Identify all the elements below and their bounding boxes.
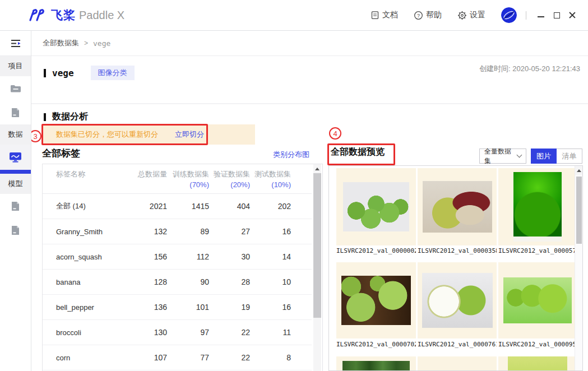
train-count: 89 bbox=[167, 227, 209, 236]
avatar[interactable] bbox=[501, 7, 517, 23]
dataset-image[interactable] bbox=[513, 172, 562, 242]
table-row[interactable]: corn 107 77 22 8 bbox=[43, 345, 322, 370]
class-distribution-link[interactable]: 类别分布图 bbox=[273, 150, 309, 160]
settings-label: 设置 bbox=[470, 10, 485, 20]
collapse-menu-button[interactable] bbox=[0, 31, 31, 56]
breadcrumb-current: vege bbox=[93, 39, 110, 48]
image-cell bbox=[418, 168, 497, 245]
logo-text-en: Paddle X bbox=[79, 9, 124, 22]
chevron-down-icon bbox=[517, 152, 522, 158]
table-scrollbar-thumb[interactable] bbox=[313, 173, 321, 318]
preview-scrollbar-thumb[interactable] bbox=[576, 177, 582, 244]
table-scrollbar bbox=[312, 164, 322, 371]
test-count: 8 bbox=[250, 353, 291, 362]
dataset-image[interactable] bbox=[343, 182, 409, 231]
label-name: banana bbox=[43, 278, 127, 286]
label-name: bell_pepper bbox=[43, 303, 127, 312]
labels-title: 全部标签 bbox=[42, 147, 80, 160]
annotation-circle-4: 4 bbox=[329, 127, 341, 140]
test-count: 16 bbox=[250, 303, 291, 312]
photo-caption-strip bbox=[513, 236, 562, 242]
close-button[interactable] bbox=[566, 7, 579, 23]
total-count: 132 bbox=[127, 227, 167, 236]
docs-button[interactable]: 文档 bbox=[371, 10, 398, 20]
split-banner-message: 数据集已切分，您可以重新切分 bbox=[56, 129, 158, 140]
app-logo: 飞桨 Paddle X bbox=[28, 7, 124, 23]
val-count: 19 bbox=[209, 303, 250, 312]
dataset-image[interactable] bbox=[342, 361, 410, 371]
image-cell bbox=[336, 168, 416, 245]
train-count: 101 bbox=[167, 303, 209, 312]
dataset-scope-select[interactable]: 全量数据集 bbox=[479, 149, 526, 164]
view-list-button[interactable]: 清单 bbox=[557, 149, 582, 164]
table-row[interactable]: acorn_squash 156 112 30 14 bbox=[43, 244, 322, 270]
col-train: 训练数据集(70%) bbox=[167, 169, 209, 193]
image-cell bbox=[498, 262, 577, 338]
help-button[interactable]: ? 帮助 bbox=[414, 10, 442, 20]
val-count: 22 bbox=[209, 353, 250, 362]
table-row[interactable]: broccoli 130 97 22 11 bbox=[43, 320, 322, 345]
table-scrollbar-track[interactable] bbox=[313, 318, 321, 371]
sidebar-item-project-doc[interactable] bbox=[0, 100, 31, 124]
image-cell bbox=[336, 356, 416, 371]
total-count: 156 bbox=[127, 252, 167, 261]
analysis-title-text: 数据分析 bbox=[52, 111, 88, 123]
total-count: 128 bbox=[127, 277, 167, 286]
sidebar: 项目 数据 模型 bbox=[0, 31, 31, 371]
sidebar-item-dataset-active[interactable] bbox=[0, 145, 31, 170]
breadcrumb-root[interactable]: 全部数据集 bbox=[43, 38, 79, 48]
scroll-up-icon bbox=[315, 168, 320, 170]
test-count: 10 bbox=[250, 277, 291, 286]
table-row[interactable]: 全部 (14) 2021 1415 404 202 bbox=[43, 194, 322, 219]
image-filename: ILSVRC2012_val_00000023.JPEG bbox=[336, 247, 416, 255]
col-total: 总数据量 bbox=[127, 169, 167, 193]
test-count: 11 bbox=[250, 328, 291, 337]
split-now-link[interactable]: 立即切分 bbox=[175, 129, 204, 140]
scroll-up-button[interactable] bbox=[575, 166, 583, 175]
menu-fold-icon bbox=[10, 39, 21, 48]
val-count: 30 bbox=[209, 252, 250, 261]
paddle-logo-icon bbox=[28, 8, 48, 22]
train-count: 77 bbox=[167, 353, 209, 362]
breadcrumb: 全部数据集 > vege bbox=[31, 31, 588, 56]
view-image-button[interactable]: 图片 bbox=[531, 149, 557, 164]
document-icon bbox=[371, 11, 379, 20]
settings-button[interactable]: 设置 bbox=[457, 10, 485, 20]
minimize-button[interactable] bbox=[534, 7, 548, 23]
maximize-button[interactable] bbox=[550, 7, 563, 23]
sidebar-item-model-doc-2[interactable] bbox=[0, 218, 31, 242]
dataset-image[interactable] bbox=[422, 273, 493, 328]
table-row[interactable]: bell_pepper 136 101 19 16 bbox=[43, 295, 322, 320]
val-count: 27 bbox=[209, 227, 250, 236]
section-divider bbox=[31, 103, 588, 104]
paddle-avatar-icon bbox=[501, 7, 517, 23]
total-count: 107 bbox=[127, 353, 167, 362]
dataset-image[interactable] bbox=[341, 276, 411, 325]
train-count: 112 bbox=[167, 252, 209, 261]
title-bar-mark bbox=[44, 113, 46, 121]
dataset-image[interactable] bbox=[423, 181, 492, 233]
preview-title: 全部数据预览 bbox=[331, 146, 385, 158]
sidebar-item-project-list[interactable] bbox=[0, 76, 31, 100]
image-cell bbox=[418, 356, 497, 371]
preview-panel: ILSVRC2012_val_00000023.JPEG ILSVRC2012_… bbox=[328, 165, 583, 371]
image-cell bbox=[418, 262, 497, 338]
image-filename: ILSVRC2012_val_00009579.JPEG bbox=[498, 340, 577, 349]
scroll-up-button[interactable] bbox=[313, 164, 321, 173]
label-name: 全部 (14) bbox=[43, 201, 127, 211]
dataset-image[interactable] bbox=[503, 277, 572, 323]
dataset-scope-value: 全量数据集 bbox=[484, 147, 517, 166]
topbar-actions: 文档 ? 帮助 设置 bbox=[371, 7, 581, 23]
sidebar-item-model-doc-1[interactable] bbox=[0, 194, 31, 218]
preview-scrollbar bbox=[575, 166, 582, 370]
dataset-monitor-icon bbox=[9, 152, 22, 163]
col-test: 测试数据集(10%) bbox=[250, 169, 291, 193]
table-row[interactable]: Granny_Smith 132 89 27 16 bbox=[43, 219, 322, 244]
file-icon bbox=[11, 108, 20, 118]
window-separator bbox=[526, 11, 526, 20]
dataset-image[interactable] bbox=[508, 356, 567, 371]
split-banner: 数据集已切分，您可以重新切分 立即切分 bbox=[42, 124, 255, 145]
val-count: 28 bbox=[209, 277, 250, 286]
file-icon bbox=[11, 201, 20, 211]
table-row[interactable]: banana 128 90 28 10 bbox=[43, 270, 322, 295]
